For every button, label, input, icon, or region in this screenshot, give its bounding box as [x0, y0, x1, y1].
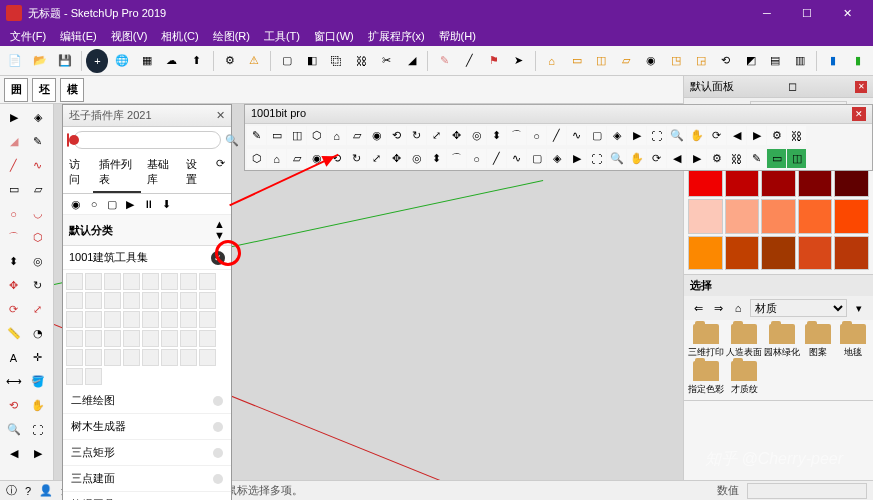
ft-tool-27[interactable]: ⛓: [787, 126, 806, 145]
material-item[interactable]: 图案: [802, 324, 835, 359]
ft-tool-42[interactable]: ▢: [527, 149, 546, 168]
ft-tool-6[interactable]: ◉: [367, 126, 386, 145]
ft-tool-5[interactable]: ▱: [347, 126, 366, 145]
ft-tool-15[interactable]: ╱: [547, 126, 566, 145]
color-swatch[interactable]: [798, 236, 833, 271]
plugin-tool-38[interactable]: [180, 349, 197, 366]
box3d2-icon[interactable]: ◫: [590, 49, 612, 73]
material-dropdown[interactable]: 材质: [750, 299, 847, 317]
offset-icon[interactable]: ◎: [26, 250, 49, 273]
menu-edit[interactable]: 编辑(E): [54, 27, 103, 46]
plugin-tool-21[interactable]: [161, 311, 178, 328]
ft-tool-14[interactable]: ○: [527, 126, 546, 145]
plugin-tool-13[interactable]: [161, 292, 178, 309]
plugin-tool-17[interactable]: [85, 311, 102, 328]
ctrl-eye-icon[interactable]: ◉: [69, 197, 83, 211]
copy-icon[interactable]: ⿻: [326, 49, 348, 73]
unstack-icon[interactable]: ▥: [789, 49, 811, 73]
follow-icon[interactable]: ↻: [26, 274, 49, 297]
plugin-tool-15[interactable]: [199, 292, 216, 309]
line-icon[interactable]: ╱: [458, 49, 480, 73]
ft-tool-9[interactable]: ⤢: [427, 126, 446, 145]
arrow-icon[interactable]: ➤: [508, 49, 530, 73]
tab-settings[interactable]: 设置: [180, 153, 210, 193]
menu-help[interactable]: 帮助(H): [433, 27, 482, 46]
plugin-tool-34[interactable]: [104, 349, 121, 366]
pan-icon[interactable]: ✋: [26, 394, 49, 417]
arc-icon[interactable]: ◡: [26, 202, 49, 225]
cube3-icon[interactable]: ◲: [690, 49, 712, 73]
ft-tool-11[interactable]: ◎: [467, 126, 486, 145]
ft-tool-34[interactable]: ⤢: [367, 149, 386, 168]
plugin-tool-26[interactable]: [104, 330, 121, 347]
ft-tool-37[interactable]: ⬍: [427, 149, 446, 168]
slice-icon[interactable]: ◩: [740, 49, 762, 73]
ft-tool-19[interactable]: ▶: [627, 126, 646, 145]
plugin-tool-22[interactable]: [180, 311, 197, 328]
ft-tool-35[interactable]: ✥: [387, 149, 406, 168]
move-icon[interactable]: ✥: [2, 274, 25, 297]
scissors-icon[interactable]: ✂: [376, 49, 398, 73]
plugin-tool-19[interactable]: [123, 311, 140, 328]
color-swatch[interactable]: [761, 236, 796, 271]
save-icon[interactable]: 💾: [54, 49, 76, 73]
ft-tool-21[interactable]: 🔍: [667, 126, 686, 145]
box3d-icon[interactable]: ▭: [566, 49, 588, 73]
ft-tool-3[interactable]: ⬡: [307, 126, 326, 145]
rp-pin-icon[interactable]: ◻: [788, 80, 797, 93]
ft-tool-30[interactable]: ▱: [287, 149, 306, 168]
ft-tool-51[interactable]: ⚙: [707, 149, 726, 168]
freehand-icon[interactable]: ∿: [26, 154, 49, 177]
color-swatch[interactable]: [725, 236, 760, 271]
menu-camera[interactable]: 相机(C): [155, 27, 204, 46]
add-circle-icon[interactable]: +: [86, 49, 108, 73]
rect-tool-icon[interactable]: ▭: [2, 178, 25, 201]
ft-tool-12[interactable]: ⬍: [487, 126, 506, 145]
ft-tool-50[interactable]: ▶: [687, 149, 706, 168]
maximize-button[interactable]: ☐: [787, 0, 827, 26]
zoom-icon[interactable]: 🔍: [2, 418, 25, 441]
open-icon[interactable]: 📂: [29, 49, 51, 73]
ft-tool-2[interactable]: ◫: [287, 126, 306, 145]
gear-icon[interactable]: ⚙: [219, 49, 241, 73]
ctrl-box-icon[interactable]: ▢: [105, 197, 119, 211]
dim-icon[interactable]: ⟷: [2, 370, 25, 393]
orbit-icon[interactable]: ⟲: [2, 394, 25, 417]
plugin-tool-18[interactable]: [104, 311, 121, 328]
close-button[interactable]: ✕: [827, 0, 867, 26]
help-icon[interactable]: ?: [25, 485, 31, 497]
tag-icon[interactable]: ◢: [401, 49, 423, 73]
ft-tool-4[interactable]: ⌂: [327, 126, 346, 145]
rp-close-icon[interactable]: ✕: [855, 81, 867, 93]
plugin-tool-20[interactable]: [142, 311, 159, 328]
plugin-tool-1[interactable]: [85, 273, 102, 290]
ft-tool-20[interactable]: ⛶: [647, 126, 666, 145]
color-swatch[interactable]: [688, 236, 723, 271]
ft-tool-18[interactable]: ◈: [607, 126, 626, 145]
plugin-list-item[interactable]: 二维绘图: [63, 388, 231, 414]
material-item[interactable]: 人造表面: [726, 324, 762, 359]
plugin-list-item[interactable]: 三点矩形: [63, 440, 231, 466]
plugin-tool-35[interactable]: [123, 349, 140, 366]
stack-icon[interactable]: ▤: [764, 49, 786, 73]
dim-input[interactable]: [747, 483, 867, 499]
ft-tool-49[interactable]: ◀: [667, 149, 686, 168]
model-button[interactable]: 模: [60, 78, 84, 102]
menu-extensions[interactable]: 扩展程序(x): [362, 27, 431, 46]
ft-tool-38[interactable]: ⌒: [447, 149, 466, 168]
plugin-tool-31[interactable]: [199, 330, 216, 347]
brush-icon[interactable]: ✎: [26, 130, 49, 153]
polygon-icon[interactable]: ⬡: [26, 226, 49, 249]
menu-tools[interactable]: 工具(T): [258, 27, 306, 46]
plugin-tool-39[interactable]: [199, 349, 216, 366]
plugin-tool-10[interactable]: [104, 292, 121, 309]
flag-icon[interactable]: ⚑: [483, 49, 505, 73]
person-icon[interactable]: 👤: [39, 484, 53, 497]
ft-tool-7[interactable]: ⟲: [387, 126, 406, 145]
menu-window[interactable]: 窗口(W): [308, 27, 360, 46]
house-icon[interactable]: ⌂: [541, 49, 563, 73]
ft-tool-45[interactable]: ⛶: [587, 149, 606, 168]
cloud-down-icon[interactable]: ☁: [161, 49, 183, 73]
ft-tool-22[interactable]: ✋: [687, 126, 706, 145]
color-swatch[interactable]: [761, 199, 796, 234]
